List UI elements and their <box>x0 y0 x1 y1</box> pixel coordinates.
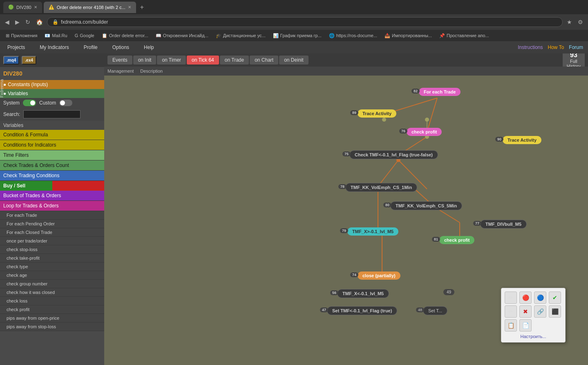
sell-button[interactable] <box>52 181 105 191</box>
buy-button[interactable]: Buy / Sell <box>0 181 52 191</box>
bookmark-dist[interactable]: 🎓 Дистанционные ус... <box>212 32 269 39</box>
sub-management[interactable]: Management <box>107 69 134 73</box>
nav-profile[interactable]: Profile <box>76 41 105 53</box>
extensions-button[interactable]: ⚙ <box>576 17 585 27</box>
address-bar[interactable]: 🔒 fxdreema.com/builder <box>47 17 563 27</box>
nav-howto[interactable]: How To <box>548 45 564 50</box>
node-tmf-x-79[interactable]: 79 TMF_X>-0.1_lvl_M5 <box>347 227 398 236</box>
ctx-config-link[interactable]: Настроить... <box>505 334 562 339</box>
bookmark-mail[interactable]: 📧 Mail.Ru <box>41 32 70 39</box>
bookmark-order[interactable]: 📋 Order delete error... <box>98 32 152 39</box>
sub-pips-stop[interactable]: pips away from stop-loss <box>0 323 104 331</box>
sub-for-each-closed[interactable]: For each Closed Trade <box>0 228 104 237</box>
mq4-button[interactable]: .mq4 <box>3 56 19 65</box>
node-48[interactable]: 48 Set T... <box>423 306 447 315</box>
browser-nav-bar: ◀ ▶ ↻ 🏠 🔒 fxdreema.com/builder ★ ⚙ <box>0 14 588 30</box>
sub-check-age[interactable]: check age <box>0 271 104 280</box>
node-trace-90[interactable]: 90 Trace Activity <box>503 136 541 144</box>
bookmark-button[interactable]: ★ <box>565 17 574 27</box>
bookmark-ros[interactable]: 🌐 https://ros-docume... <box>326 32 380 39</box>
tab-close-btn2[interactable]: ✕ <box>128 5 131 9</box>
nav-my-indicators[interactable]: My Indicators <box>32 41 76 53</box>
custom-toggle[interactable] <box>59 100 72 106</box>
sub-check-loss[interactable]: check loss <box>0 297 104 305</box>
ctx-btn-blue2[interactable]: 🔗 <box>534 305 546 318</box>
ctx-btn-blue-circle[interactable]: 🔵 <box>534 292 546 304</box>
constants-section[interactable]: ● Constants (Inputs) <box>0 80 104 89</box>
search-input[interactable] <box>23 110 80 118</box>
node-tmf-x-56[interactable]: 56 TMF_X<-0.1_lvl_M5 <box>337 289 389 298</box>
sub-check-group[interactable]: check group number <box>0 280 104 288</box>
bookmark-prost[interactable]: 📌 Проставление апо... <box>436 32 492 39</box>
sub-once-per-trade[interactable]: once per trade/order <box>0 237 104 245</box>
system-toggle[interactable] <box>23 100 36 106</box>
forward-button[interactable]: ▶ <box>13 17 21 27</box>
ctx-btn-copy[interactable]: 📋 <box>505 319 517 332</box>
node-close-partially[interactable]: 74 close (partially) <box>358 272 400 280</box>
node-trace-89[interactable]: 89 Trace Activity <box>358 109 396 118</box>
bookmark-otkr[interactable]: 📖 Откровения Инсайд... <box>152 32 212 39</box>
svg-point-13 <box>425 118 429 122</box>
nav-forum[interactable]: Forum <box>569 45 583 50</box>
ex4-button[interactable]: .ex4 <box>22 56 36 65</box>
tab-on-trade[interactable]: on Trade <box>220 56 249 65</box>
bookmark-apps[interactable]: ⊞ Приложения <box>2 32 40 39</box>
ctx-btn-green2[interactable]: ⬛ <box>549 305 561 318</box>
home-button[interactable]: 🏠 <box>34 17 45 27</box>
back-button[interactable]: ◀ <box>3 17 11 27</box>
event-tabs-group: Events on Init on Timer on Tick 64 on Tr… <box>107 56 309 65</box>
sub-for-each-trade[interactable]: For each Trade <box>0 211 104 220</box>
node-tmf-divbull[interactable]: 77 TMF_DIVbull_M5 <box>480 220 527 229</box>
node-tmf-kk-1min[interactable]: 78 TMF_KK_VolEmph_CS_1Min <box>345 183 417 192</box>
sub-description[interactable]: Description <box>140 69 163 73</box>
sidebar-header: .mq4 .ex4 <box>0 53 104 67</box>
canvas-area[interactable]: 82 For each Trade 89 Trace Activity 76 c… <box>104 76 588 365</box>
sidebar-item-condition-formula[interactable]: Condition & Formula <box>0 130 104 140</box>
sub-for-each-pending[interactable]: For each Pending Order <box>0 220 104 228</box>
node-check-profit-76[interactable]: 76 check profit <box>407 128 442 136</box>
sub-pips-open[interactable]: pips away from open-price <box>0 314 104 323</box>
ctx-btn-red-x[interactable]: 🔴 <box>519 292 532 304</box>
sub-check-type[interactable]: check type <box>0 263 104 271</box>
node-for-each-trade[interactable]: 82 For each Trade <box>419 88 461 96</box>
tab-on-timer[interactable]: on Timer <box>157 56 186 65</box>
sub-check-profit[interactable]: check profit <box>0 305 104 314</box>
sub-check-stop-loss[interactable]: check stop-loss <box>0 245 104 254</box>
ctx-btn-edit[interactable]: ✏ <box>505 305 517 318</box>
nav-help[interactable]: Help <box>136 41 161 53</box>
sidebar-item-time-filters[interactable]: Time Filters <box>0 150 104 160</box>
sidebar-item-check-trading[interactable]: Check Trading Conditions <box>0 171 104 181</box>
variables-section[interactable]: ● Variables <box>0 89 104 98</box>
bookmark-google[interactable]: G Google <box>72 32 98 39</box>
tab-order-error[interactable]: ⚠️ Order delete error 4108 (with 2 c... … <box>44 2 136 13</box>
sidebar-item-check-trades[interactable]: Check Trades & Orders Count <box>0 160 104 171</box>
new-tab-button[interactable]: + <box>138 4 146 11</box>
tab-on-deinit[interactable]: on Deinit <box>279 56 308 65</box>
ctx-btn-paste[interactable]: 📄 <box>519 319 532 332</box>
nav-options[interactable]: Options <box>105 41 136 53</box>
ctx-btn-green-check[interactable]: ✔ <box>549 292 561 304</box>
node-check-profit-81[interactable]: 81 check profit <box>439 236 474 244</box>
tab-on-tick[interactable]: on Tick 64 <box>187 56 219 65</box>
tab-div280[interactable]: 🟢 DIV280 ✕ <box>3 2 42 13</box>
node-num-90: 90 <box>495 137 503 142</box>
tab-events[interactable]: Events <box>107 56 132 65</box>
bookmark-import[interactable]: 📥 Импортированны... <box>381 32 435 39</box>
bookmark-grafik[interactable]: 📊 График приема гр... <box>270 32 325 39</box>
node-check-tmf-75[interactable]: 75 Check TMF<-0.1_lvl_Flag (true-false) <box>349 150 438 159</box>
tab-on-chart[interactable]: on Chart <box>250 56 278 65</box>
tab-on-init[interactable]: on Init <box>133 56 157 65</box>
sidebar-item-conditions-indicators[interactable]: Conditions for Indicators <box>0 140 104 150</box>
sub-check-how-closed[interactable]: check how it was closed <box>0 288 104 297</box>
ctx-btn-red2[interactable]: ✖ <box>519 305 532 318</box>
sub-check-take-profit[interactable]: check take-profit <box>0 254 104 263</box>
node-tmf-kk-5min[interactable]: 80 TMF_KK_VolEmph_CS_5Min <box>390 201 462 210</box>
tab-close-btn[interactable]: ✕ <box>34 5 37 9</box>
nav-projects[interactable]: Projects <box>0 41 32 53</box>
ctx-btn-pen[interactable]: ✏ <box>505 292 517 304</box>
nav-instructions[interactable]: Instructions <box>518 45 543 50</box>
refresh-button[interactable]: ↻ <box>24 17 32 27</box>
sidebar-item-bucket[interactable]: Bucket of Trades & Orders <box>0 191 104 201</box>
node-set-tmf-47[interactable]: 47 Set TMF<-0.1_lvl_Flag (true) <box>327 306 397 315</box>
sidebar-item-loop[interactable]: Loop for Trades & Orders <box>0 201 104 211</box>
